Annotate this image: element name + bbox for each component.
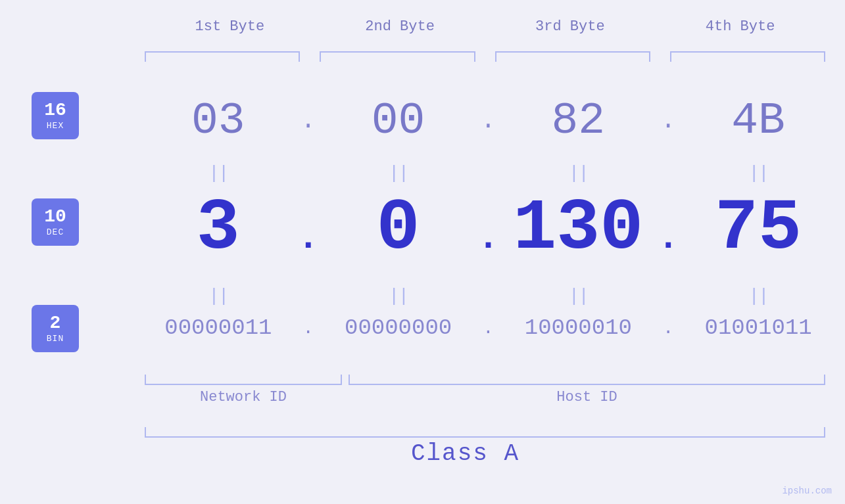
eq1-2: || [325,163,472,183]
dec-byte-4: 75 [685,187,832,269]
col-header-2: 2nd Byte [315,18,485,35]
hex-badge: 16 HEX [32,92,79,139]
hex-badge-num: 16 [44,101,66,121]
col-header-3: 3rd Byte [485,18,656,35]
network-id-bracket [145,375,342,385]
hex-row: 03 . 00 . 82 . 4B [145,95,832,146]
footer-text: ipshu.com [782,486,832,496]
eq1-1: || [145,163,292,183]
bin-dot-1: . [292,318,325,338]
hex-dot-2: . [472,106,505,135]
hex-badge-label: HEX [47,121,64,131]
top-bracket-4 [670,51,825,62]
dec-dot-1: . [292,198,325,259]
bin-val-4: 01001011 [705,315,812,340]
bin-byte-1: 00000011 [145,315,292,340]
hex-val-2: 00 [372,95,425,146]
hex-byte-1: 03 [145,95,292,146]
bin-badge: 2 BIN [32,305,79,352]
bin-val-1: 00000011 [164,315,272,340]
dec-byte-1: 3 [145,187,292,269]
hex-val-4: 4B [731,95,785,146]
class-label: Class A [105,440,825,467]
dec-val-2: 0 [377,187,420,269]
eq2-1: || [145,286,292,306]
column-headers: 1st Byte 2nd Byte 3rd Byte 4th Byte [145,18,825,35]
host-id-bracket [349,375,825,385]
segment-brackets [105,375,825,385]
class-bracket [145,427,825,438]
bin-row: 00000011 . 00000000 . 10000010 . 0100101… [145,315,832,340]
segment-labels: Network ID Host ID [105,389,825,405]
bin-byte-3: 10000010 [505,315,652,340]
hex-dot-1: . [292,106,325,135]
bin-byte-2: 00000000 [325,315,472,340]
dec-badge-label: DEC [47,227,64,237]
equals-row-2: || || || || [145,286,832,306]
eq2-3: || [505,286,652,306]
top-bracket-1 [145,51,300,62]
bin-dot-2: . [472,318,505,338]
dec-dot-2: . [472,198,505,259]
bin-dot-3: . [652,318,685,338]
host-id-label: Host ID [349,389,825,405]
dec-val-4: 75 [715,187,802,269]
hex-dot-3: . [652,106,685,135]
bin-badge-label: BIN [47,334,64,344]
equals-row-1: || || || || [145,163,832,183]
dec-val-3: 130 [513,187,643,269]
hex-byte-4: 4B [685,95,832,146]
hex-val-3: 82 [552,95,606,146]
main-container: 16 HEX 10 DEC 2 BIN 1st Byte 2nd Byte 3r… [0,0,845,504]
eq1-3: || [505,163,652,183]
bin-val-3: 10000010 [525,315,632,340]
top-bracket-3 [495,51,650,62]
col-header-1: 1st Byte [145,18,315,35]
hex-byte-2: 00 [325,95,472,146]
dec-byte-2: 0 [325,187,472,269]
top-brackets [145,51,825,62]
dec-badge-num: 10 [44,207,66,227]
top-bracket-2 [320,51,475,62]
bin-byte-4: 01001011 [685,315,832,340]
dec-dot-3: . [652,198,685,259]
eq1-4: || [685,163,832,183]
col-header-4: 4th Byte [655,18,825,35]
hex-byte-3: 82 [505,95,652,146]
dec-val-1: 3 [197,187,240,269]
eq2-4: || [685,286,832,306]
hex-val-1: 03 [191,95,245,146]
bin-val-2: 00000000 [345,315,452,340]
dec-row: 3 . 0 . 130 . 75 [145,187,832,269]
eq2-2: || [325,286,472,306]
dec-badge: 10 DEC [32,198,79,246]
network-id-label: Network ID [145,389,342,405]
dec-byte-3: 130 [505,187,652,269]
ip-grid: 1st Byte 2nd Byte 3rd Byte 4th Byte 03 .… [105,0,832,504]
badges-column: 16 HEX 10 DEC 2 BIN [32,92,79,352]
bin-badge-num: 2 [50,313,61,334]
